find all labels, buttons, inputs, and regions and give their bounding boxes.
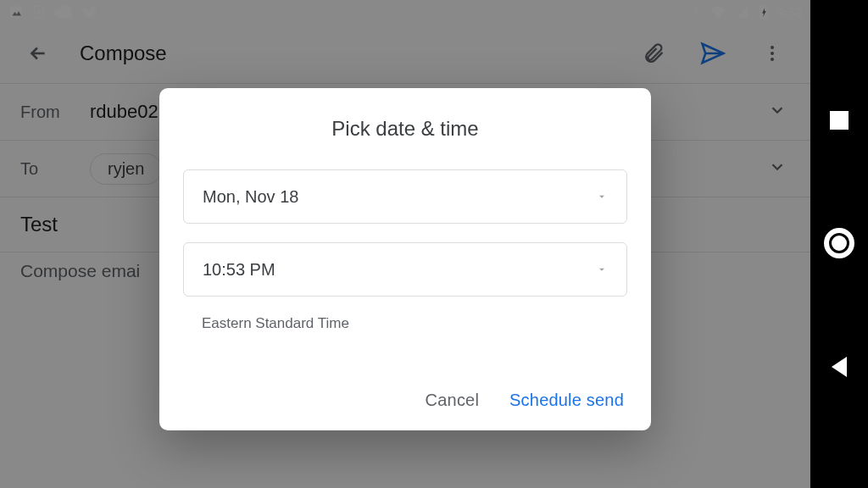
nav-home-icon[interactable] — [829, 233, 849, 253]
time-picker-field[interactable]: 10:53 PM — [183, 242, 627, 297]
nav-recent-icon[interactable] — [830, 111, 849, 130]
schedule-dialog: Pick date & time Mon, Nov 18 10:53 PM Ea… — [159, 88, 651, 430]
dropdown-caret-icon — [596, 187, 608, 207]
time-value: 10:53 PM — [203, 260, 275, 280]
date-value: Mon, Nov 18 — [203, 187, 298, 207]
timezone-label: Eastern Standard Time — [202, 315, 627, 332]
schedule-send-button[interactable]: Schedule send — [509, 391, 624, 410]
android-nav-bar — [810, 0, 868, 488]
nav-back-icon[interactable] — [832, 357, 847, 377]
dialog-title: Pick date & time — [183, 117, 627, 141]
cancel-button[interactable]: Cancel — [426, 391, 479, 410]
dropdown-caret-icon — [596, 260, 608, 280]
date-picker-field[interactable]: Mon, Nov 18 — [183, 169, 627, 224]
